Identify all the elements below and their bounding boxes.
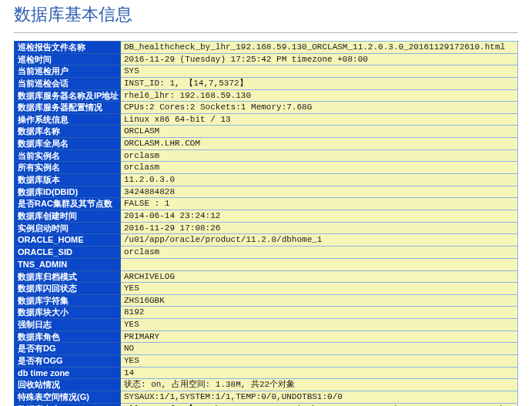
row-label: 巡检报告文件名称 bbox=[15, 42, 121, 54]
row-value: orclasm bbox=[121, 246, 518, 258]
row-label: 当前巡检会话 bbox=[15, 77, 121, 89]
table-row: 巡检时间2016-11-29 (Tuesday) 17:25:42 PM tim… bbox=[15, 53, 518, 65]
table-row: 特殊表空间情况(G)SYSAUX:1/1,SYSTEM:1/1,TEMP:0/0… bbox=[15, 391, 518, 403]
row-label: 数据库角色 bbox=[15, 331, 121, 343]
row-value: INST_ID: 1, 【14,7,5372】 bbox=[121, 77, 518, 89]
page-title: 数据库基本信息 bbox=[14, 3, 518, 28]
row-label: 数据库创建时间 bbox=[15, 210, 121, 222]
table-row: 巡检报告文件名称DB_healthcheck_by_lhr_192.168.59… bbox=[15, 42, 518, 54]
row-value: ORCLASM.LHR.COM bbox=[121, 138, 518, 150]
table-row: 数据库全局名ORCLASM.LHR.COM bbox=[15, 138, 518, 150]
row-label: 当前巡检用户 bbox=[15, 65, 121, 78]
row-value: YES bbox=[121, 319, 518, 331]
table-row: ORACLE_HOME/u01/app/oracle/product/11.2.… bbox=[15, 234, 518, 247]
row-value: PRIMARY bbox=[121, 331, 518, 343]
table-row: 数据库闪回状态YES bbox=[15, 283, 518, 295]
table-row: 是否有DGNO bbox=[15, 343, 518, 355]
row-value: DB_healthcheck_by_lhr_192.168.59.130_ORC… bbox=[121, 42, 518, 54]
row-value: NO bbox=[121, 343, 518, 355]
table-row: 数据库归档模式ARCHIVELOG bbox=[15, 270, 518, 283]
row-label: 数据库名称 bbox=[15, 126, 121, 138]
row-value: orclasm bbox=[121, 162, 518, 174]
table-row: 数据库角色PRIMARY bbox=[15, 331, 518, 343]
row-value: ZHS16GBK bbox=[121, 294, 518, 307]
row-label: 数据库全局名 bbox=[15, 138, 121, 150]
table-row: 是否RAC集群及其节点数FALSE : 1 bbox=[15, 198, 518, 210]
info-table: 巡检报告文件名称DB_healthcheck_by_lhr_192.168.59… bbox=[14, 41, 518, 406]
row-value bbox=[121, 258, 518, 270]
row-label: 数据库闪回状态 bbox=[15, 283, 121, 295]
row-value: All TS Info:【ts_size: 8.45G , Used_Size:… bbox=[121, 403, 518, 406]
table-row: 当前巡检会话INST_ID: 1, 【14,7,5372】 bbox=[15, 77, 518, 89]
table-row: 数据库名称ORCLASM bbox=[15, 126, 518, 138]
row-value: 2014-06-14 23:24:12 bbox=[121, 210, 518, 222]
row-value: YES bbox=[121, 283, 518, 295]
row-label: 特殊表空间情况(G) bbox=[15, 391, 121, 403]
table-row: 数据库ID(DBID)3424884828 bbox=[15, 186, 518, 198]
row-value: /u01/app/oracle/product/11.2.0/dbhome_1 bbox=[121, 234, 518, 247]
row-label: 数据库大小 bbox=[15, 403, 121, 406]
row-label: 所有实例名 bbox=[15, 162, 121, 174]
table-row: 数据库版本11.2.0.3.0 bbox=[15, 174, 518, 186]
row-label: 强制日志 bbox=[15, 319, 121, 331]
row-value: ORCLASM bbox=[121, 126, 518, 138]
row-label: ORACLE_HOME bbox=[15, 234, 121, 247]
table-row: 数据库字符集ZHS16GBK bbox=[15, 294, 518, 307]
row-value: 8192 bbox=[121, 307, 518, 319]
row-label: 回收站情况 bbox=[15, 379, 121, 391]
row-value: Linux x86 64-bit / 13 bbox=[121, 113, 518, 126]
row-value: orclasm bbox=[121, 149, 518, 162]
table-row: 当前巡检用户SYS bbox=[15, 65, 518, 78]
row-label: 数据库归档模式 bbox=[15, 270, 121, 283]
row-value: SYSAUX:1/1,SYSTEM:1/1,TEMP:0/0,UNDOTBS1:… bbox=[121, 391, 518, 403]
row-label: 是否有OGG bbox=[15, 355, 121, 367]
row-value: YES bbox=[121, 355, 518, 367]
row-label: 数据库服务器配置情况 bbox=[15, 102, 121, 114]
divider bbox=[14, 32, 518, 33]
table-row: 数据库服务器名称及IP地址rhel6_lhr: 192.168.59.130 bbox=[15, 89, 518, 102]
table-row: 是否有OGGYES bbox=[15, 355, 518, 367]
table-row: 数据库块大小8192 bbox=[15, 307, 518, 319]
row-label: 巡检时间 bbox=[15, 53, 121, 65]
row-label: 数据库版本 bbox=[15, 174, 121, 186]
table-row: 强制日志YES bbox=[15, 319, 518, 331]
row-value: 11.2.0.3.0 bbox=[121, 174, 518, 186]
row-value: rhel6_lhr: 192.168.59.130 bbox=[121, 89, 518, 102]
row-label: 数据库字符集 bbox=[15, 294, 121, 307]
table-row: 数据库创建时间2014-06-14 23:24:12 bbox=[15, 210, 518, 222]
row-label: TNS_ADMIN bbox=[15, 258, 121, 270]
row-value: ARCHIVELOG bbox=[121, 270, 518, 283]
table-row: TNS_ADMIN bbox=[15, 258, 518, 270]
table-row: 数据库大小All TS Info:【ts_size: 8.45G , Used_… bbox=[15, 403, 518, 406]
row-label: 当前实例名 bbox=[15, 149, 121, 162]
row-label: 是否RAC集群及其节点数 bbox=[15, 198, 121, 210]
row-value: 14 bbox=[121, 367, 518, 379]
row-label: db time zone bbox=[15, 367, 121, 379]
row-label: ORACLE_SID bbox=[15, 246, 121, 258]
table-row: db time zone14 bbox=[15, 367, 518, 379]
row-label: 操作系统信息 bbox=[15, 113, 121, 126]
table-row: 所有实例名orclasm bbox=[15, 162, 518, 174]
row-value: 状态: on, 占用空间: 1.38M, 共22个对象 bbox=[121, 379, 518, 391]
row-value: 2016-11-29 (Tuesday) 17:25:42 PM timezon… bbox=[121, 53, 518, 65]
table-row: 实例启动时间2016-11-29 17:08:26 bbox=[15, 222, 518, 234]
row-value: 3424884828 bbox=[121, 186, 518, 198]
row-label: 数据库ID(DBID) bbox=[15, 186, 121, 198]
row-value: 2016-11-29 17:08:26 bbox=[121, 222, 518, 234]
table-row: 操作系统信息Linux x86 64-bit / 13 bbox=[15, 113, 518, 126]
table-row: 当前实例名orclasm bbox=[15, 149, 518, 162]
table-row: 回收站情况状态: on, 占用空间: 1.38M, 共22个对象 bbox=[15, 379, 518, 391]
table-row: 数据库服务器配置情况CPUs:2 Cores:2 Sockets:1 Memor… bbox=[15, 102, 518, 114]
table-row: ORACLE_SIDorclasm bbox=[15, 246, 518, 258]
row-label: 数据库块大小 bbox=[15, 307, 121, 319]
row-value: SYS bbox=[121, 65, 518, 78]
row-value: CPUs:2 Cores:2 Sockets:1 Memory:7.68G bbox=[121, 102, 518, 114]
row-label: 实例启动时间 bbox=[15, 222, 121, 234]
row-label: 是否有DG bbox=[15, 343, 121, 355]
row-label: 数据库服务器名称及IP地址 bbox=[15, 89, 121, 102]
row-value: FALSE : 1 bbox=[121, 198, 518, 210]
